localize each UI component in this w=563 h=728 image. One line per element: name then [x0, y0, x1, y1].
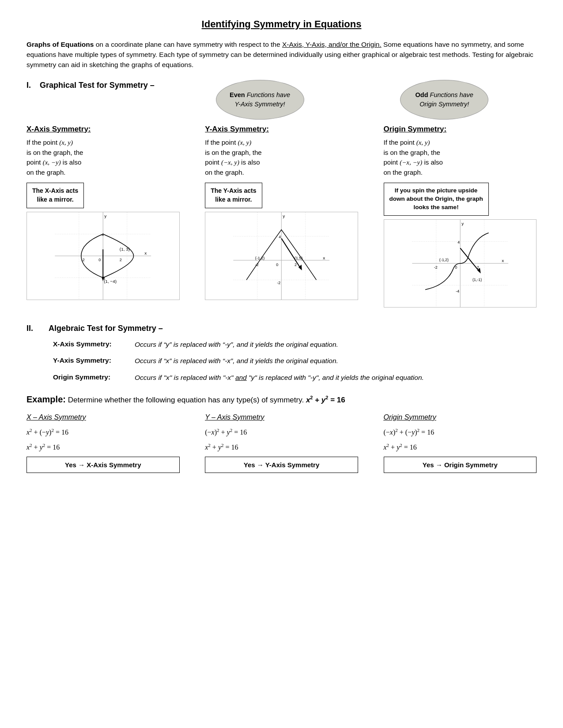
svg-text:4: 4 [102, 233, 104, 237]
svg-text:2: 2 [295, 262, 297, 266]
svg-text:0: 0 [276, 262, 279, 266]
svg-text:y: y [104, 213, 106, 218]
alg-xaxis-label: X-Axis Symmetry: [53, 339, 135, 349]
example-word: Example: [26, 394, 66, 404]
alg-row-xaxis: X-Axis Symmetry: Occurs if “y” is replac… [53, 339, 537, 349]
yaxis-graph: (-1,2) (1,5) x y 0 2 -2 4 -2 [205, 212, 358, 303]
svg-text:y: y [461, 221, 464, 226]
xaxis-graph-svg: (1, 3) (1, −4) x y 0 2 -2 4 -4 [26, 212, 180, 300]
example-origin-step1: (−x)2 + (−y)2 = 16 [384, 427, 537, 438]
svg-text:0: 0 [98, 257, 101, 262]
xaxis-title: X-Axis Symmetry: [26, 124, 180, 135]
svg-text:x: x [144, 251, 147, 255]
yaxis-mirror-box: The Y-Axis actslike a mirror. [205, 183, 262, 208]
alg-xaxis-desc: Occurs if “y” is replaced with “-y”, and… [135, 339, 537, 349]
example-yaxis-title: Y – Axis Symmetry [205, 413, 358, 422]
even-functions-bubble: Even Functions haveY-Axis Symmetry! [216, 80, 304, 120]
example-title: Example: Determine whether the following… [26, 393, 537, 405]
origin-title: Origin Symmetry: [384, 124, 537, 135]
xaxis-column: X-Axis Symmetry: If the point (x, y) is … [26, 124, 180, 311]
section1-header: I. Graphical Test for Symmetry – Even Fu… [26, 80, 537, 120]
example-origin-title: Origin Symmetry [384, 413, 537, 422]
svg-text:-4: -4 [456, 289, 459, 293]
section2-number: II. [26, 323, 49, 334]
page-title: Identifying Symmetry in Equations [26, 18, 537, 31]
yaxis-column: Y-Axis Symmetry: If the point (x, y) is … [205, 124, 358, 311]
example-xaxis-result: Yes → X-Axis Symmetry [26, 457, 180, 473]
svg-text:4: 4 [279, 235, 281, 239]
example-xaxis-col: X – Axis Symmetry x2 + (−y)2 = 16 x2 + y… [26, 413, 180, 473]
svg-text:(1, −4): (1, −4) [104, 279, 117, 284]
origin-graph-svg: (-1,2) (1,-1) x y 0 2 -2 4 -4 [384, 219, 537, 308]
alg-row-origin: Origin Symmetry: Occurs if "x" is replac… [53, 372, 537, 383]
svg-text:x: x [323, 255, 325, 260]
alg-yaxis-desc: Occurs if “x” is replaced with “-x”, and… [135, 356, 537, 366]
xaxis-graph: (1, 3) (1, −4) x y 0 2 -2 4 -4 [26, 212, 180, 303]
svg-text:-4: -4 [102, 276, 105, 281]
example-xaxis-title: X – Axis Symmetry [26, 413, 180, 422]
svg-text:(1,-1): (1,-1) [472, 278, 481, 282]
section2-title: Algebraic Test for Symmetry – [49, 323, 163, 334]
section2-header: II. Algebraic Test for Symmetry – [26, 323, 537, 334]
alg-origin-desc: Occurs if "x" is replaced with "-x" and … [135, 372, 537, 383]
speech-bubbles-container: Even Functions haveY-Axis Symmetry! Odd … [168, 80, 537, 120]
section1-title: I. Graphical Test for Symmetry – [26, 80, 155, 91]
example-origin-step2: x2 + y2 = 16 [384, 442, 537, 453]
intro-text1: on a coordinate plane can have symmetry … [94, 41, 282, 48]
svg-text:(1,5): (1,5) [295, 255, 302, 260]
example-xaxis-step1: x2 + (−y)2 = 16 [26, 427, 180, 438]
origin-mirror-box: If you spin the picture upsidedown about… [384, 183, 489, 216]
example-yaxis-result: Yes → Y-Axis Symmetry [205, 457, 358, 473]
bubble1-text: Even Functions haveY-Axis Symmetry! [230, 90, 290, 109]
svg-text:2: 2 [476, 265, 479, 270]
svg-text:(-1,2): (-1,2) [255, 255, 264, 260]
xaxis-mirror-box: The X-Axis actslike a mirror. [26, 183, 84, 208]
svg-text:-2: -2 [81, 257, 85, 262]
example-yaxis-step1: (−x)2 + y2 = 16 [205, 427, 358, 438]
example-yaxis-step2: x2 + y2 = 16 [205, 442, 358, 453]
svg-text:4: 4 [457, 240, 460, 244]
svg-text:y: y [283, 213, 285, 218]
algebraic-table: X-Axis Symmetry: Occurs if “y” is replac… [53, 339, 537, 383]
xaxis-text: If the point (x, y) is on the graph, the… [26, 138, 180, 177]
alg-row-yaxis: Y-Axis Symmetry: Occurs if “x” is replac… [53, 356, 537, 366]
svg-text:(-1,2): (-1,2) [439, 258, 448, 262]
origin-graph: (-1,2) (1,-1) x y 0 2 -2 4 -4 [384, 219, 537, 311]
origin-text: If the point (x, y) is on the graph, the… [384, 138, 537, 177]
svg-text:0: 0 [455, 265, 457, 270]
example-xaxis-step2: x2 + y2 = 16 [26, 442, 180, 453]
intro-underline: X-Axis, Y-Axis, and/or the Origin. [282, 41, 382, 48]
svg-text:2: 2 [120, 257, 122, 262]
intro-paragraph: Graphs of Equations on a coordinate plan… [26, 39, 537, 70]
example-origin-result: Yes → Origin Symmetry [384, 457, 537, 473]
section1-number: I. [26, 81, 31, 90]
bubble2-text: Odd Functions haveOrigin Symmetry! [416, 90, 473, 109]
yaxis-text: If the point (x, y) is on the graph, the… [205, 138, 358, 177]
svg-text:(1, 3): (1, 3) [120, 247, 130, 251]
section2: II. Algebraic Test for Symmetry – X-Axis… [26, 323, 537, 383]
odd-functions-bubble: Odd Functions haveOrigin Symmetry! [400, 80, 488, 120]
alg-yaxis-label: Y-Axis Symmetry: [53, 356, 135, 365]
example-section: Example: Determine whether the following… [26, 393, 537, 473]
yaxis-graph-svg: (-1,2) (1,5) x y 0 2 -2 4 -2 [205, 212, 358, 300]
svg-text:-2: -2 [255, 262, 259, 266]
example-columns: X – Axis Symmetry x2 + (−y)2 = 16 x2 + y… [26, 413, 537, 473]
example-problem: Determine whether the following equation… [68, 396, 345, 404]
intro-bold: Graphs of Equations [26, 41, 94, 48]
alg-origin-label: Origin Symmetry: [53, 372, 135, 382]
svg-text:-2: -2 [277, 281, 281, 285]
origin-column: Origin Symmetry: If the point (x, y) is … [384, 124, 537, 311]
example-origin-col: Origin Symmetry (−x)2 + (−y)2 = 16 x2 + … [384, 413, 537, 473]
symmetry-columns: X-Axis Symmetry: If the point (x, y) is … [26, 124, 537, 311]
svg-text:-2: -2 [434, 265, 437, 270]
example-yaxis-col: Y – Axis Symmetry (−x)2 + y2 = 16 x2 + y… [205, 413, 358, 473]
svg-text:x: x [502, 258, 504, 263]
yaxis-title: Y-Axis Symmetry: [205, 124, 358, 135]
section1-title-text: Graphical Test for Symmetry – [40, 81, 155, 90]
